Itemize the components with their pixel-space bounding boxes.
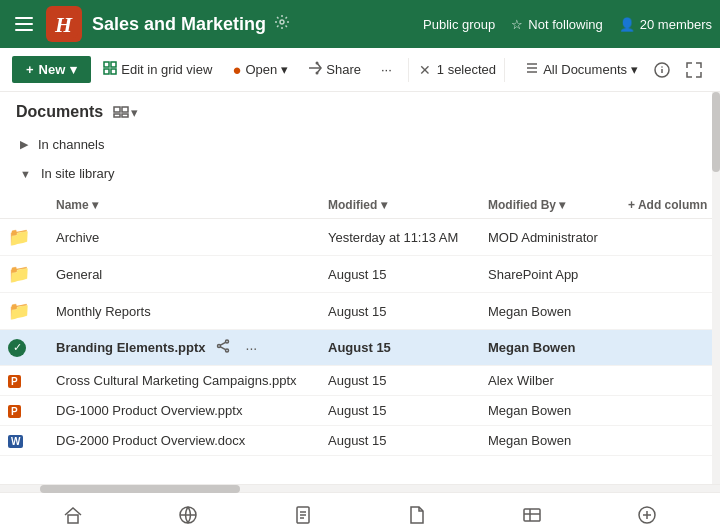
- table-row[interactable]: P DG-1000 Product Overview.pptx August 1…: [0, 396, 720, 426]
- col-name[interactable]: Name ▾: [48, 192, 320, 219]
- public-group-btn[interactable]: Public group: [423, 17, 495, 32]
- nav-home-button[interactable]: [53, 495, 93, 529]
- edit-grid-label: Edit in grid view: [121, 62, 212, 77]
- table-row[interactable]: ✓ Branding Elements.pptx ···: [0, 330, 720, 366]
- row-extra-cell: [620, 293, 720, 330]
- row-actions: ···: [212, 337, 262, 358]
- more-row-button[interactable]: ···: [242, 338, 262, 358]
- public-group-label: Public group: [423, 17, 495, 32]
- selected-check-icon: ✓: [8, 339, 26, 357]
- row-extra-cell: [620, 366, 720, 396]
- folder-icon: 📁: [8, 301, 30, 321]
- following-btn[interactable]: ☆ Not following: [511, 17, 602, 32]
- row-name-cell[interactable]: DG-2000 Product Overview.docx: [48, 426, 320, 456]
- svg-rect-1: [15, 23, 33, 25]
- new-button[interactable]: + New ▾: [12, 56, 91, 83]
- row-name-cell[interactable]: Archive: [48, 219, 320, 256]
- pptx-icon: P: [8, 405, 21, 418]
- bottom-scrollbar[interactable]: [0, 484, 720, 492]
- app-icon[interactable]: H: [46, 6, 82, 42]
- col-modified[interactable]: Modified ▾: [320, 192, 480, 219]
- open-icon: ●: [232, 61, 241, 78]
- members-btn[interactable]: 👤 20 members: [619, 17, 712, 32]
- folder-icon: 📁: [8, 264, 30, 284]
- grid-icon: [103, 61, 117, 78]
- edit-grid-button[interactable]: Edit in grid view: [95, 56, 220, 83]
- all-docs-button[interactable]: All Documents ▾: [519, 56, 644, 83]
- selected-label: 1 selected: [437, 62, 496, 77]
- col-icon: [0, 192, 48, 219]
- info-button[interactable]: [648, 56, 676, 84]
- nav-add-button[interactable]: [627, 495, 667, 529]
- more-label: ···: [381, 62, 392, 77]
- open-label: Open: [245, 62, 277, 77]
- open-button[interactable]: ● Open ▾: [224, 56, 296, 83]
- nav-globe-button[interactable]: [168, 495, 208, 529]
- row-name-cell[interactable]: Cross Cultural Marketing Campaigns.pptx: [48, 366, 320, 396]
- new-icon: +: [26, 62, 34, 77]
- svg-line-26: [220, 347, 225, 350]
- row-modified-by-cell: Alex Wilber: [480, 366, 620, 396]
- svg-point-23: [225, 349, 228, 352]
- row-extra-cell: [620, 396, 720, 426]
- svg-rect-18: [114, 107, 120, 112]
- toolbar: + New ▾ Edit in grid view ● Open ▾: [0, 48, 720, 92]
- row-extra-cell: [620, 256, 720, 293]
- share-label: Share: [326, 62, 361, 77]
- col-add[interactable]: + Add column: [620, 192, 720, 219]
- in-site-library-item[interactable]: ▼ In site library: [16, 161, 704, 186]
- row-extra-cell: [620, 426, 720, 456]
- clear-selection-button[interactable]: ✕: [417, 60, 433, 80]
- hamburger-menu[interactable]: [8, 8, 40, 40]
- table-row[interactable]: 📁 Monthly Reports August 15Megan Bowen: [0, 293, 720, 330]
- docs-view-button[interactable]: ▾: [109, 102, 142, 122]
- right-actions: Public group ☆ Not following 👤 20 member…: [423, 17, 712, 32]
- row-modified-by-cell: Megan Bowen: [480, 426, 620, 456]
- nav-file-button[interactable]: [397, 495, 437, 529]
- svg-rect-20: [114, 114, 120, 117]
- table-row[interactable]: P Cross Cultural Marketing Campaigns.ppt…: [0, 366, 720, 396]
- nav-table-button[interactable]: [512, 495, 552, 529]
- row-name-cell[interactable]: Branding Elements.pptx ···: [48, 330, 320, 366]
- in-channels-item[interactable]: ▶ In channels: [16, 132, 704, 157]
- expand-button[interactable]: [680, 56, 708, 84]
- in-site-library-label: In site library: [41, 166, 115, 181]
- main-content: Documents ▾ ▶ In channels ▼ In: [0, 92, 720, 484]
- settings-icon[interactable]: [274, 14, 290, 34]
- table-row[interactable]: 📁 Archive Yesterday at 11:13 AMMOD Admin…: [0, 219, 720, 256]
- svg-text:H: H: [54, 12, 73, 37]
- svg-point-17: [661, 66, 663, 68]
- row-modified-by-cell: Megan Bowen: [480, 293, 620, 330]
- share-row-button[interactable]: [212, 337, 234, 358]
- row-modified-by-cell: Megan Bowen: [480, 330, 620, 366]
- row-modified-cell: August 15: [320, 330, 480, 366]
- table-row[interactable]: W DG-2000 Product Overview.docx August 1…: [0, 426, 720, 456]
- all-docs-chevron: ▾: [631, 62, 638, 77]
- docs-title: Documents: [16, 103, 103, 121]
- svg-point-5: [280, 20, 284, 24]
- bottom-scroll-thumb[interactable]: [40, 485, 240, 493]
- row-modified-cell: August 15: [320, 426, 480, 456]
- row-icon-cell: 📁: [0, 293, 48, 330]
- row-modified-cell: August 15: [320, 256, 480, 293]
- row-extra-cell: [620, 330, 720, 366]
- row-name-cell[interactable]: General: [48, 256, 320, 293]
- svg-point-22: [225, 340, 228, 343]
- svg-rect-0: [15, 17, 33, 19]
- file-name: Monthly Reports: [56, 304, 151, 319]
- row-modified-by-cell: MOD Administrator: [480, 219, 620, 256]
- file-name: General: [56, 267, 102, 282]
- table-row[interactable]: 📁 General August 15SharePoint App: [0, 256, 720, 293]
- row-name-cell[interactable]: DG-1000 Product Overview.pptx: [48, 396, 320, 426]
- docs-chevron: ▾: [131, 105, 138, 120]
- nav-doc-button[interactable]: [283, 495, 323, 529]
- folder-icon: 📁: [8, 227, 30, 247]
- scrollbar-thumb[interactable]: [712, 92, 720, 172]
- more-button[interactable]: ···: [373, 57, 400, 82]
- col-modified-by[interactable]: Modified By ▾: [480, 192, 620, 219]
- row-name-cell[interactable]: Monthly Reports: [48, 293, 320, 330]
- nav-in-site-library: ▼ In site library: [0, 159, 720, 188]
- svg-rect-27: [68, 515, 78, 523]
- share-button[interactable]: Share: [300, 56, 369, 83]
- scrollbar-track[interactable]: [712, 92, 720, 484]
